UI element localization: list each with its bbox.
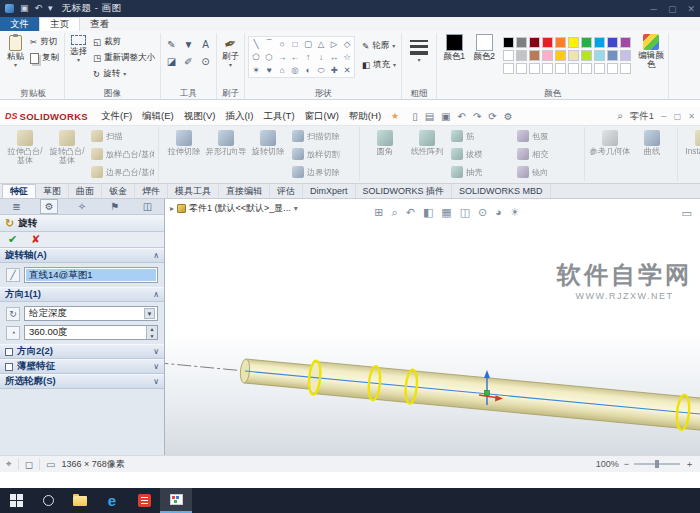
brushes-button[interactable]: ✒ 刷子 ▾ <box>220 34 241 69</box>
shape-tool[interactable]: ✕ <box>341 64 353 76</box>
palette-color[interactable] <box>620 37 631 48</box>
linear-pattern-button[interactable]: 线性阵列 <box>406 127 448 181</box>
palette-color[interactable] <box>594 63 605 74</box>
angle-stepper[interactable]: ▲▼ <box>146 326 157 339</box>
start-button[interactable] <box>0 488 32 513</box>
tab-weldments[interactable]: 焊件 <box>135 184 168 198</box>
palette-color[interactable] <box>529 50 540 61</box>
axis-section-header[interactable]: 旋转轴(A) ∧ <box>0 248 164 263</box>
end-condition-dropdown[interactable]: 给定深度 ▼ <box>24 306 158 321</box>
shape-tool[interactable]: ↑ <box>302 51 314 63</box>
zoom-in-icon[interactable]: ＋ <box>685 458 694 471</box>
tab-sketch[interactable]: 草图 <box>36 184 69 198</box>
hole-wizard-button[interactable]: 异形孔向导 <box>205 127 247 181</box>
angle-input[interactable]: 360.00度 ▲▼ <box>24 325 158 340</box>
extruded-cut-button[interactable]: 拉伸切除 <box>163 127 205 181</box>
fullscreen-icon[interactable]: ▭ <box>682 207 692 220</box>
lofted-cut-button[interactable]: 放样切割 <box>289 145 355 163</box>
color2-button[interactable]: 颜色2 <box>470 34 498 61</box>
zoom-out-icon[interactable]: − <box>624 459 629 469</box>
model-viewport[interactable] <box>165 199 700 455</box>
shape-tool[interactable]: ⌂ <box>276 64 288 76</box>
palette-color[interactable] <box>503 63 514 74</box>
file-explorer-button[interactable] <box>64 488 96 513</box>
lofted-boss-button[interactable]: 放样凸台/基体 <box>88 145 154 163</box>
dimxpert-tab-icon[interactable]: ⚑ <box>106 199 124 214</box>
sw-close-icon[interactable]: ✕ <box>688 112 695 121</box>
sw-minimize-icon[interactable]: ─ <box>661 112 667 121</box>
shape-tool[interactable]: ⬠ <box>250 51 262 63</box>
redo-icon[interactable]: ↷ <box>473 111 481 122</box>
reverse-direction-icon[interactable]: ↻ <box>6 307 20 321</box>
edge-button[interactable]: e <box>96 488 128 513</box>
direction1-section-header[interactable]: 方向1(1) ∧ <box>0 287 164 302</box>
tab-sheet-metal[interactable]: 钣金 <box>102 184 135 198</box>
maximize-icon[interactable]: ▢ <box>668 4 677 14</box>
sw-menu-tools[interactable]: 工具(T) <box>258 110 299 123</box>
palette-color[interactable] <box>607 63 618 74</box>
view-settings-icon[interactable]: ☀ <box>510 207 520 218</box>
shape-tool[interactable]: ↔ <box>328 51 340 63</box>
cancel-button[interactable]: ✘ <box>31 233 40 246</box>
tab-solidworks-mbd[interactable]: SOLIDWORKS MBD <box>452 184 551 198</box>
reference-geometry-button[interactable]: 参考几何体 <box>589 127 631 181</box>
size-button[interactable]: ▾ <box>405 34 433 64</box>
minimize-icon[interactable]: ─ <box>651 4 657 14</box>
view-orientation-icon[interactable]: ▦ <box>441 207 451 218</box>
palette-color[interactable] <box>568 37 579 48</box>
palette-color[interactable] <box>529 37 540 48</box>
close-icon[interactable]: ✕ <box>687 4 695 14</box>
axis-selection-box[interactable]: 直线14@草图1 <box>24 267 158 283</box>
customize-qat-icon[interactable]: ▾ <box>48 4 53 13</box>
palette-color[interactable] <box>542 37 553 48</box>
extruded-boss-button[interactable]: 拉伸凸台/基体 <box>4 127 46 181</box>
tab-solidworks-addins[interactable]: SOLIDWORKS 插件 <box>356 184 453 198</box>
previous-view-icon[interactable]: ↶ <box>406 207 415 218</box>
palette-color[interactable] <box>568 50 579 61</box>
display-style-icon[interactable]: ◫ <box>460 207 470 218</box>
shape-tool[interactable]: ✶ <box>250 64 262 76</box>
direction2-checkbox[interactable] <box>5 348 13 356</box>
rotate-button[interactable]: ↻旋转▾ <box>91 66 157 82</box>
configuration-tab-icon[interactable]: ✧ <box>73 199 91 214</box>
red-app-button[interactable] <box>128 488 160 513</box>
shape-tool[interactable]: ☆ <box>341 51 353 63</box>
select-button[interactable]: 选择 ▾ <box>68 34 89 64</box>
palette-color[interactable] <box>503 50 514 61</box>
cortana-button[interactable] <box>32 488 64 513</box>
section-view-icon[interactable]: ◧ <box>423 207 433 218</box>
swept-cut-button[interactable]: 扫描切除 <box>289 127 355 145</box>
palette-color[interactable] <box>542 63 553 74</box>
text-icon[interactable]: A <box>198 37 213 52</box>
save-icon[interactable]: ▣ <box>441 111 450 122</box>
zoom-slider[interactable] <box>634 463 680 465</box>
palette-color[interactable] <box>555 50 566 61</box>
palette-color[interactable] <box>594 37 605 48</box>
tab-evaluate[interactable]: 评估 <box>270 184 303 198</box>
palette-color[interactable] <box>516 63 527 74</box>
tab-dimxpert[interactable]: DimXpert <box>303 184 356 198</box>
sw-menu-window[interactable]: 窗口(W) <box>300 110 344 123</box>
undo-icon[interactable]: ↶ <box>458 111 466 122</box>
zoom-area-icon[interactable]: ⌕ <box>391 207 397 218</box>
favorites-star-icon[interactable]: ★ <box>391 111 399 121</box>
options-icon[interactable]: ⚙ <box>504 111 513 122</box>
sw-restore-icon[interactable]: ▢ <box>674 112 682 121</box>
tab-mold-tools[interactable]: 模具工具 <box>168 184 219 198</box>
shape-tool[interactable]: ▢ <box>302 38 314 50</box>
featuremanager-flyout[interactable]: ▸ 零件1 (默认<<默认>_显... ▾ <box>170 202 298 215</box>
shape-tool[interactable]: ▷ <box>328 38 340 50</box>
save-icon[interactable]: ▣ <box>20 4 29 13</box>
boundary-boss-button[interactable]: 边界凸台/基体 <box>88 163 154 181</box>
new-document-icon[interactable]: ▯ <box>412 111 418 122</box>
boundary-cut-button[interactable]: 边界切除 <box>289 163 355 181</box>
palette-color[interactable] <box>620 63 631 74</box>
palette-color[interactable] <box>516 37 527 48</box>
propertymanager-tab-icon[interactable]: ⚙ <box>40 199 58 214</box>
palette-color[interactable] <box>503 37 514 48</box>
search-icon[interactable]: ⌕ <box>617 110 622 122</box>
rebuild-icon[interactable]: ⟳ <box>488 111 496 122</box>
shape-tool[interactable]: ◎ <box>289 64 301 76</box>
rib-button[interactable]: 筋 <box>448 127 514 145</box>
palette-color[interactable] <box>516 50 527 61</box>
